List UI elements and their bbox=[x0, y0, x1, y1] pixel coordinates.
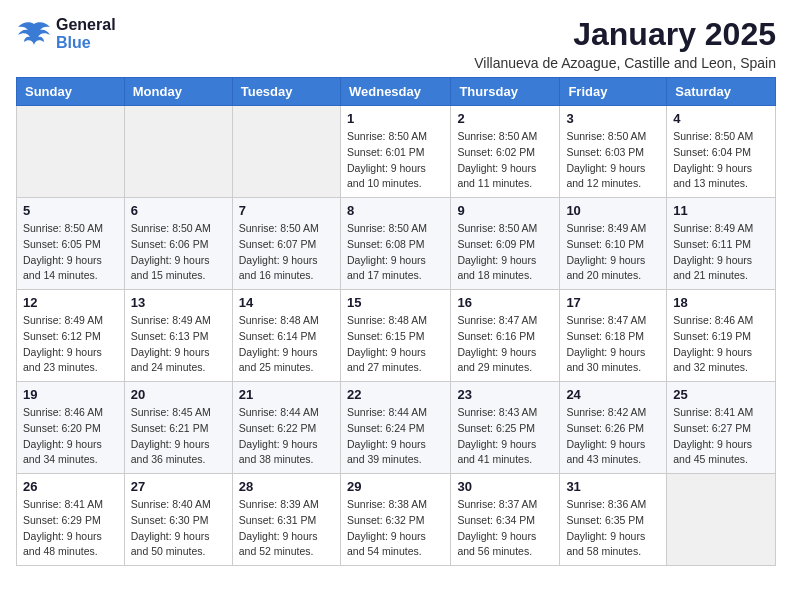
day-info: Sunrise: 8:50 AM Sunset: 6:03 PM Dayligh… bbox=[566, 129, 660, 192]
day-info: Sunrise: 8:49 AM Sunset: 6:10 PM Dayligh… bbox=[566, 221, 660, 284]
day-info: Sunrise: 8:39 AM Sunset: 6:31 PM Dayligh… bbox=[239, 497, 334, 560]
day-info: Sunrise: 8:45 AM Sunset: 6:21 PM Dayligh… bbox=[131, 405, 226, 468]
day-cell: 5Sunrise: 8:50 AM Sunset: 6:05 PM Daylig… bbox=[17, 198, 125, 290]
day-cell: 25Sunrise: 8:41 AM Sunset: 6:27 PM Dayli… bbox=[667, 382, 776, 474]
day-cell: 8Sunrise: 8:50 AM Sunset: 6:08 PM Daylig… bbox=[340, 198, 450, 290]
day-number: 28 bbox=[239, 479, 334, 494]
week-row-4: 19Sunrise: 8:46 AM Sunset: 6:20 PM Dayli… bbox=[17, 382, 776, 474]
day-info: Sunrise: 8:48 AM Sunset: 6:14 PM Dayligh… bbox=[239, 313, 334, 376]
day-number: 13 bbox=[131, 295, 226, 310]
day-info: Sunrise: 8:44 AM Sunset: 6:24 PM Dayligh… bbox=[347, 405, 444, 468]
day-number: 29 bbox=[347, 479, 444, 494]
day-cell: 6Sunrise: 8:50 AM Sunset: 6:06 PM Daylig… bbox=[124, 198, 232, 290]
day-cell: 20Sunrise: 8:45 AM Sunset: 6:21 PM Dayli… bbox=[124, 382, 232, 474]
day-cell: 16Sunrise: 8:47 AM Sunset: 6:16 PM Dayli… bbox=[451, 290, 560, 382]
day-cell: 12Sunrise: 8:49 AM Sunset: 6:12 PM Dayli… bbox=[17, 290, 125, 382]
day-cell: 14Sunrise: 8:48 AM Sunset: 6:14 PM Dayli… bbox=[232, 290, 340, 382]
day-info: Sunrise: 8:42 AM Sunset: 6:26 PM Dayligh… bbox=[566, 405, 660, 468]
day-cell: 15Sunrise: 8:48 AM Sunset: 6:15 PM Dayli… bbox=[340, 290, 450, 382]
day-info: Sunrise: 8:48 AM Sunset: 6:15 PM Dayligh… bbox=[347, 313, 444, 376]
day-cell bbox=[124, 106, 232, 198]
day-cell: 19Sunrise: 8:46 AM Sunset: 6:20 PM Dayli… bbox=[17, 382, 125, 474]
day-cell: 13Sunrise: 8:49 AM Sunset: 6:13 PM Dayli… bbox=[124, 290, 232, 382]
col-header-monday: Monday bbox=[124, 78, 232, 106]
day-cell: 17Sunrise: 8:47 AM Sunset: 6:18 PM Dayli… bbox=[560, 290, 667, 382]
month-title: January 2025 bbox=[474, 16, 776, 53]
col-header-saturday: Saturday bbox=[667, 78, 776, 106]
day-cell: 18Sunrise: 8:46 AM Sunset: 6:19 PM Dayli… bbox=[667, 290, 776, 382]
logo-text: General Blue bbox=[56, 16, 116, 52]
day-number: 22 bbox=[347, 387, 444, 402]
logo: General Blue bbox=[16, 16, 116, 52]
day-info: Sunrise: 8:49 AM Sunset: 6:13 PM Dayligh… bbox=[131, 313, 226, 376]
day-number: 25 bbox=[673, 387, 769, 402]
day-info: Sunrise: 8:37 AM Sunset: 6:34 PM Dayligh… bbox=[457, 497, 553, 560]
day-number: 8 bbox=[347, 203, 444, 218]
day-cell bbox=[17, 106, 125, 198]
day-number: 12 bbox=[23, 295, 118, 310]
day-number: 14 bbox=[239, 295, 334, 310]
day-cell: 30Sunrise: 8:37 AM Sunset: 6:34 PM Dayli… bbox=[451, 474, 560, 566]
day-cell: 24Sunrise: 8:42 AM Sunset: 6:26 PM Dayli… bbox=[560, 382, 667, 474]
title-block: January 2025 Villanueva de Azoague, Cast… bbox=[474, 16, 776, 71]
calendar-header-row: SundayMondayTuesdayWednesdayThursdayFrid… bbox=[17, 78, 776, 106]
day-number: 3 bbox=[566, 111, 660, 126]
day-cell bbox=[232, 106, 340, 198]
location-title: Villanueva de Azoague, Castille and Leon… bbox=[474, 55, 776, 71]
calendar-table: SundayMondayTuesdayWednesdayThursdayFrid… bbox=[16, 77, 776, 566]
week-row-2: 5Sunrise: 8:50 AM Sunset: 6:05 PM Daylig… bbox=[17, 198, 776, 290]
day-cell bbox=[667, 474, 776, 566]
day-info: Sunrise: 8:40 AM Sunset: 6:30 PM Dayligh… bbox=[131, 497, 226, 560]
day-info: Sunrise: 8:50 AM Sunset: 6:06 PM Dayligh… bbox=[131, 221, 226, 284]
week-row-3: 12Sunrise: 8:49 AM Sunset: 6:12 PM Dayli… bbox=[17, 290, 776, 382]
day-cell: 9Sunrise: 8:50 AM Sunset: 6:09 PM Daylig… bbox=[451, 198, 560, 290]
day-number: 4 bbox=[673, 111, 769, 126]
day-number: 2 bbox=[457, 111, 553, 126]
day-cell: 7Sunrise: 8:50 AM Sunset: 6:07 PM Daylig… bbox=[232, 198, 340, 290]
day-cell: 3Sunrise: 8:50 AM Sunset: 6:03 PM Daylig… bbox=[560, 106, 667, 198]
day-number: 24 bbox=[566, 387, 660, 402]
day-number: 23 bbox=[457, 387, 553, 402]
day-cell: 28Sunrise: 8:39 AM Sunset: 6:31 PM Dayli… bbox=[232, 474, 340, 566]
day-cell: 2Sunrise: 8:50 AM Sunset: 6:02 PM Daylig… bbox=[451, 106, 560, 198]
day-number: 18 bbox=[673, 295, 769, 310]
col-header-sunday: Sunday bbox=[17, 78, 125, 106]
col-header-thursday: Thursday bbox=[451, 78, 560, 106]
col-header-tuesday: Tuesday bbox=[232, 78, 340, 106]
day-cell: 1Sunrise: 8:50 AM Sunset: 6:01 PM Daylig… bbox=[340, 106, 450, 198]
day-number: 20 bbox=[131, 387, 226, 402]
day-number: 1 bbox=[347, 111, 444, 126]
day-number: 15 bbox=[347, 295, 444, 310]
week-row-1: 1Sunrise: 8:50 AM Sunset: 6:01 PM Daylig… bbox=[17, 106, 776, 198]
day-number: 17 bbox=[566, 295, 660, 310]
day-number: 19 bbox=[23, 387, 118, 402]
day-cell: 23Sunrise: 8:43 AM Sunset: 6:25 PM Dayli… bbox=[451, 382, 560, 474]
day-info: Sunrise: 8:47 AM Sunset: 6:18 PM Dayligh… bbox=[566, 313, 660, 376]
col-header-friday: Friday bbox=[560, 78, 667, 106]
day-info: Sunrise: 8:49 AM Sunset: 6:11 PM Dayligh… bbox=[673, 221, 769, 284]
day-number: 10 bbox=[566, 203, 660, 218]
day-number: 26 bbox=[23, 479, 118, 494]
day-cell: 29Sunrise: 8:38 AM Sunset: 6:32 PM Dayli… bbox=[340, 474, 450, 566]
day-info: Sunrise: 8:50 AM Sunset: 6:05 PM Dayligh… bbox=[23, 221, 118, 284]
day-number: 6 bbox=[131, 203, 226, 218]
day-info: Sunrise: 8:47 AM Sunset: 6:16 PM Dayligh… bbox=[457, 313, 553, 376]
day-number: 31 bbox=[566, 479, 660, 494]
day-info: Sunrise: 8:46 AM Sunset: 6:20 PM Dayligh… bbox=[23, 405, 118, 468]
day-info: Sunrise: 8:50 AM Sunset: 6:07 PM Dayligh… bbox=[239, 221, 334, 284]
day-number: 5 bbox=[23, 203, 118, 218]
day-cell: 26Sunrise: 8:41 AM Sunset: 6:29 PM Dayli… bbox=[17, 474, 125, 566]
day-info: Sunrise: 8:43 AM Sunset: 6:25 PM Dayligh… bbox=[457, 405, 553, 468]
day-info: Sunrise: 8:50 AM Sunset: 6:08 PM Dayligh… bbox=[347, 221, 444, 284]
day-cell: 21Sunrise: 8:44 AM Sunset: 6:22 PM Dayli… bbox=[232, 382, 340, 474]
day-info: Sunrise: 8:41 AM Sunset: 6:27 PM Dayligh… bbox=[673, 405, 769, 468]
day-cell: 27Sunrise: 8:40 AM Sunset: 6:30 PM Dayli… bbox=[124, 474, 232, 566]
week-row-5: 26Sunrise: 8:41 AM Sunset: 6:29 PM Dayli… bbox=[17, 474, 776, 566]
day-info: Sunrise: 8:41 AM Sunset: 6:29 PM Dayligh… bbox=[23, 497, 118, 560]
day-info: Sunrise: 8:49 AM Sunset: 6:12 PM Dayligh… bbox=[23, 313, 118, 376]
day-info: Sunrise: 8:46 AM Sunset: 6:19 PM Dayligh… bbox=[673, 313, 769, 376]
day-cell: 11Sunrise: 8:49 AM Sunset: 6:11 PM Dayli… bbox=[667, 198, 776, 290]
day-number: 7 bbox=[239, 203, 334, 218]
day-info: Sunrise: 8:50 AM Sunset: 6:04 PM Dayligh… bbox=[673, 129, 769, 192]
day-info: Sunrise: 8:50 AM Sunset: 6:01 PM Dayligh… bbox=[347, 129, 444, 192]
